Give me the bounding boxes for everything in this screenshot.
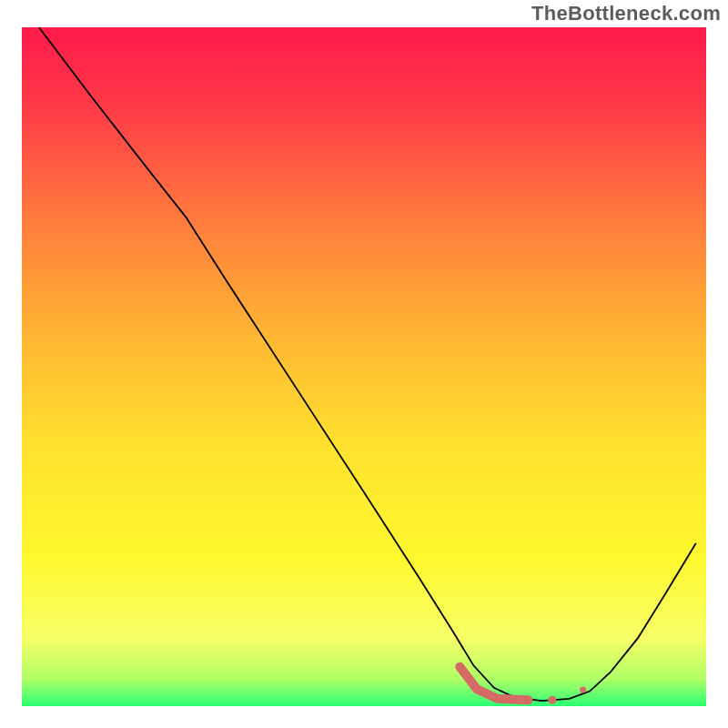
gradient-background — [22, 27, 706, 706]
plot-area — [22, 27, 706, 706]
watermark-text: TheBottleneck.com — [531, 2, 721, 25]
chart-container: TheBottleneck.com — [0, 0, 728, 728]
chart-svg — [0, 0, 728, 728]
series-highlight-dot-2 — [580, 687, 586, 693]
series-highlight-dot-1 — [548, 696, 556, 704]
